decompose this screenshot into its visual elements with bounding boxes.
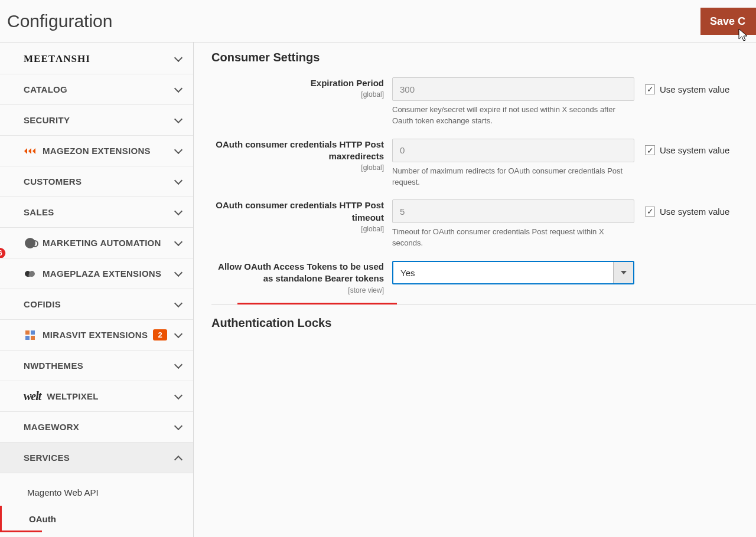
sidebar-item-weltpixel[interactable]: welt WELTPIXEL — [0, 381, 193, 412]
sidebar-item-label: MARKETING AUTOMATION — [43, 238, 161, 248]
maxredirects-input[interactable] — [392, 139, 634, 162]
sidebar-item-cofidis[interactable]: COFIDIS — [0, 289, 193, 320]
chevron-up-icon — [174, 454, 183, 462]
use-system-value-checkbox[interactable] — [645, 145, 655, 155]
chevron-down-icon — [174, 331, 183, 339]
svg-rect-3 — [31, 336, 35, 340]
marketing-logo-icon — [24, 238, 37, 248]
scope-label: [global] — [211, 225, 384, 233]
chevron-down-icon — [174, 300, 183, 309]
save-button[interactable]: Save C — [700, 8, 756, 35]
sidebar-item-nwdthemes[interactable]: NWDTHEMES — [0, 351, 193, 381]
field-label: OAuth consumer credentials HTTP Post max… — [216, 139, 384, 161]
sidebar-item-label: MIRASVIT EXTENSIONS — [43, 330, 148, 340]
mirasvit-logo-icon — [24, 330, 37, 340]
use-system-value-checkbox[interactable] — [645, 207, 655, 217]
subitem-oauth[interactable]: OAuth — [0, 506, 193, 532]
sidebar-item-catalog[interactable]: CATALOG — [0, 74, 193, 105]
use-system-value-label: Use system value — [660, 207, 729, 217]
services-sub-list: Magento Web API OAuth — [0, 473, 193, 532]
svg-rect-1 — [31, 330, 35, 335]
sidebar-item-label: MAGEPLAZA EXTENSIONS — [43, 268, 161, 279]
page-title: Configuration — [7, 11, 112, 31]
chevron-down-icon — [174, 208, 183, 217]
mirasvit-count-badge: 2 — [153, 329, 167, 340]
svg-rect-0 — [25, 330, 30, 335]
config-sidebar: 06 MEETΛNSHI CATALOG SECURITY MAGEZON EX… — [0, 42, 194, 537]
chevron-down-icon — [174, 147, 183, 155]
bearer-select[interactable]: Yes — [392, 261, 634, 284]
svg-rect-2 — [25, 336, 30, 340]
chevron-down-icon — [174, 423, 183, 431]
field-bearer-token: Allow OAuth Access Tokens to be used as … — [211, 261, 756, 298]
field-timeout: OAuth consumer credentials HTTP Post tim… — [211, 199, 756, 261]
sidebar-item-label: MAGEZON EXTENSIONS — [43, 146, 151, 156]
sidebar-item-mageworx[interactable]: MAGEWORX — [0, 412, 193, 443]
sidebar-item-label: WELTPIXEL — [47, 391, 98, 401]
sidebar-item-security[interactable]: SECURITY — [0, 105, 193, 136]
subitem-magento-web-api[interactable]: Magento Web API — [0, 479, 193, 506]
chevron-down-icon — [174, 86, 183, 94]
sidebar-item-marketing[interactable]: MARKETING AUTOMATION — [0, 228, 193, 258]
expiration-input[interactable] — [392, 77, 634, 101]
scope-label: [global] — [211, 163, 384, 172]
section-consumer-settings-title[interactable]: Consumer Settings — [211, 51, 756, 77]
meetanshi-logo-icon: MEETΛNSHI — [24, 53, 90, 65]
use-system-value-label: Use system value — [660, 145, 729, 155]
field-expiration-period: Expiration Period [global] Consumer key/… — [211, 77, 756, 139]
mageplaza-logo-icon — [24, 270, 37, 278]
field-label: OAuth consumer credentials HTTP Post tim… — [216, 200, 384, 222]
use-system-value-label: Use system value — [660, 84, 729, 94]
field-label: Allow OAuth Access Tokens to be used as … — [218, 261, 384, 283]
content-area: Consumer Settings Expiration Period [glo… — [194, 42, 756, 537]
scope-label: [store view] — [211, 286, 384, 294]
select-value: Yes — [393, 262, 613, 283]
chevron-down-icon — [174, 362, 183, 370]
chevron-down-icon — [174, 116, 183, 125]
sidebar-item-magezon[interactable]: MAGEZON EXTENSIONS — [0, 136, 193, 166]
chevron-down-icon — [174, 392, 183, 401]
field-help: Consumer key/secret will expire if not u… — [392, 104, 634, 127]
field-help: Number of maximum redirects for OAuth co… — [392, 166, 634, 188]
sidebar-item-mirasvit[interactable]: MIRASVIT EXTENSIONS 2 — [0, 320, 193, 351]
timeout-input[interactable] — [392, 199, 634, 223]
field-label: Expiration Period — [311, 78, 384, 88]
use-system-value-checkbox[interactable] — [645, 84, 655, 94]
sidebar-item-mageplaza[interactable]: MAGEPLAZA EXTENSIONS — [0, 258, 193, 289]
field-help: Timeout for OAuth consumer credentials P… — [392, 227, 634, 249]
sidebar-item-meetanshi[interactable]: MEETΛNSHI — [0, 44, 193, 74]
sidebar-item-services[interactable]: SERVICES — [0, 443, 193, 473]
field-maxredirects: OAuth consumer credentials HTTP Post max… — [211, 139, 756, 200]
magezon-logo-icon — [24, 146, 37, 156]
chevron-down-icon — [174, 55, 183, 63]
section-auth-locks-title[interactable]: Authentication Locks — [211, 316, 756, 343]
sidebar-item-customers[interactable]: CUSTOMERS — [0, 166, 193, 197]
scope-label: [global] — [211, 90, 384, 99]
sidebar-item-sales[interactable]: SALES — [0, 197, 193, 228]
chevron-down-icon — [174, 239, 183, 247]
chevron-down-icon — [174, 178, 183, 186]
chevron-down-icon — [174, 270, 183, 278]
caret-down-icon — [613, 262, 633, 283]
weltpixel-logo-icon: welt — [24, 389, 41, 403]
